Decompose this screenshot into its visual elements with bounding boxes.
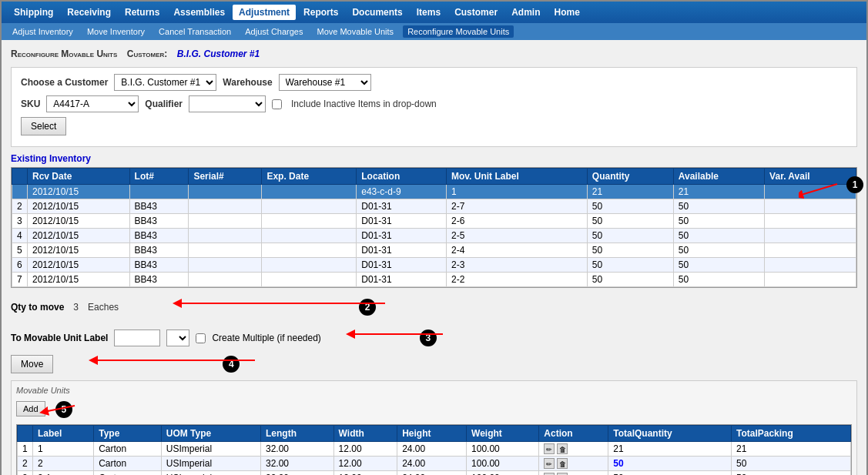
choose-customer-label: Choose a Customer (21, 77, 108, 88)
nav-home[interactable]: Home (548, 5, 585, 20)
nav-customer[interactable]: Customer (448, 5, 504, 20)
cell-width: 12.00 (333, 471, 397, 476)
table-row[interactable]: 4 2012/10/15 BB43 D01-31 2-5 50 50 (12, 229, 856, 243)
add-button[interactable]: Add (16, 401, 45, 416)
nav-returns[interactable]: Returns (119, 5, 166, 20)
cell-mov-unit-label: 1 (447, 185, 588, 199)
table-row[interactable]: 7 2012/10/15 BB43 D01-31 2-2 50 50 (12, 273, 856, 287)
mu-col-height: Height (397, 426, 467, 442)
table-row[interactable]: 2 2012/10/15 BB43 D01-31 2-7 50 50 (12, 199, 856, 214)
nav-admin[interactable]: Admin (505, 5, 546, 20)
subnav-move-movable-units[interactable]: Move Movable Units (312, 25, 398, 38)
existing-inventory-table-scroll[interactable]: Rcv Date Lot# Serial# Exp. Date Location… (12, 168, 856, 287)
existing-inventory-table-wrapper: Rcv Date Lot# Serial# Exp. Date Location… (11, 167, 857, 288)
table-row[interactable]: 3 2012/10/15 BB43 D01-31 2-6 50 50 (12, 214, 856, 229)
nav-receiving[interactable]: Receiving (61, 5, 117, 20)
cell-total-packing: 50 (731, 457, 850, 471)
cell-exp-date (262, 185, 357, 199)
sub-nav: Adjust Inventory Move Inventory Cancel T… (2, 23, 866, 40)
subnav-adjust-charges[interactable]: Adjust Charges (240, 25, 307, 38)
cell-exp-date (262, 229, 357, 243)
mu-section-label: Movable Units (16, 386, 70, 395)
cell-height: 24.00 (397, 442, 467, 457)
mu-table-scroll[interactable]: Label Type UOM Type Length Width Height … (17, 425, 851, 475)
cell-lot: BB43 (129, 229, 189, 243)
mu-col-type: Type (94, 426, 162, 442)
nav-assemblies[interactable]: Assemblies (167, 5, 231, 20)
table-row[interactable]: 6 2012/10/15 BB43 D01-31 2-3 50 50 (12, 258, 856, 273)
col-location: Location (357, 169, 447, 185)
cell-location: D01-31 (357, 229, 447, 243)
form-area: Choose a Customer B.I.G. Customer #1 War… (11, 67, 857, 147)
cell-action: ✏ 🗑 (539, 457, 608, 471)
nav-adjustment[interactable]: Adjustment (233, 5, 296, 20)
mu-col-width: Width (333, 426, 397, 442)
cell-location: D01-31 (357, 243, 447, 258)
edit-icon[interactable]: ✏ (544, 458, 555, 469)
sku-select[interactable]: A4417-A (46, 95, 139, 112)
cell-mov-unit-label: 2-4 (447, 243, 588, 258)
page-content: Reconfigure Movable Units Customer: B.I.… (2, 40, 866, 475)
qualifier-select[interactable] (189, 95, 266, 112)
edit-icon[interactable]: ✏ (544, 443, 555, 454)
create-multiple-checkbox[interactable] (196, 333, 206, 343)
action-icons: ✏ 🗑 (544, 458, 603, 469)
subnav-move-inventory[interactable]: Move Inventory (82, 25, 149, 38)
form-row-sku: SKU A4417-A Qualifier Include Inactive I… (21, 95, 847, 112)
subnav-reconfigure-movable-units[interactable]: Reconfigure Movable Units (403, 25, 514, 38)
delete-icon[interactable]: 🗑 (557, 443, 568, 454)
cell-num: 7 (12, 273, 28, 287)
move-button[interactable]: Move (11, 355, 53, 373)
cell-serial (189, 199, 262, 214)
nav-reports[interactable]: Reports (297, 5, 344, 20)
table-row[interactable]: 5 2012/10/15 BB43 D01-31 2-4 50 50 (12, 243, 856, 258)
warehouse-select[interactable]: Warehouse #1 (279, 74, 371, 91)
cell-quantity: 50 (587, 199, 673, 214)
subnav-adjust-inventory[interactable]: Adjust Inventory (8, 25, 78, 38)
cell-label: 1 (33, 442, 94, 457)
mu-col-action: Action (539, 426, 608, 442)
cell-available: 50 (673, 214, 764, 229)
mu-label-select[interactable]: 2 (166, 329, 189, 346)
qualifier-label: Qualifier (145, 99, 183, 109)
cell-exp-date (262, 243, 357, 258)
cell-rcv-date: 2012/10/15 (28, 185, 130, 199)
cell-rcv-date: 2012/10/15 (28, 199, 130, 214)
cell-rcv-date: 2012/10/15 (28, 273, 130, 287)
cell-num (12, 185, 28, 199)
col-lot: Lot# (129, 169, 189, 185)
annotation-2-circle: 2 (359, 299, 376, 316)
customer-label: Customer: (127, 49, 168, 59)
table-row[interactable]: 3 2-1 Carton USImperial 32.00 12.00 24.0… (18, 471, 851, 476)
cell-location: D01-31 (357, 258, 447, 273)
cell-var-avail (765, 273, 856, 287)
cell-rcv-date: 2012/10/15 (28, 258, 130, 273)
cell-serial (189, 214, 262, 229)
nav-items[interactable]: Items (411, 5, 447, 20)
delete-icon[interactable]: 🗑 (557, 458, 568, 469)
cell-lot: BB43 (129, 273, 189, 287)
cell-quantity: 21 (587, 185, 673, 199)
cell-rcv-date: 2012/10/15 (28, 229, 130, 243)
cell-num: 2 (18, 457, 33, 471)
cell-num: 6 (12, 258, 28, 273)
include-inactive-checkbox[interactable] (272, 99, 282, 109)
table-row[interactable]: 2012/10/15 e43-c-d-9 1 21 21 (12, 185, 856, 199)
table-row[interactable]: 2 2 Carton USImperial 32.00 12.00 24.00 … (18, 457, 851, 471)
cell-location: D01-31 (357, 273, 447, 287)
table-row[interactable]: 1 1 Carton USImperial 32.00 12.00 24.00 … (18, 442, 851, 457)
subnav-cancel-transaction[interactable]: Cancel Transaction (154, 25, 236, 38)
page-title: Reconfigure Movable Units Customer: B.I.… (11, 46, 857, 59)
mu-label-input[interactable] (114, 329, 160, 346)
cell-lot: BB43 (129, 214, 189, 229)
nav-shipping[interactable]: Shipping (8, 5, 59, 20)
cell-exp-date (262, 258, 357, 273)
nav-documents[interactable]: Documents (346, 5, 408, 20)
annotation-1: 1 (846, 176, 863, 193)
choose-customer-select[interactable]: B.I.G. Customer #1 (114, 74, 216, 91)
mu-table: Label Type UOM Type Length Width Height … (17, 425, 851, 475)
select-button[interactable]: Select (21, 117, 66, 135)
cell-num: 4 (12, 229, 28, 243)
cell-var-avail (765, 243, 856, 258)
cell-total-qty: 21 (608, 442, 732, 457)
